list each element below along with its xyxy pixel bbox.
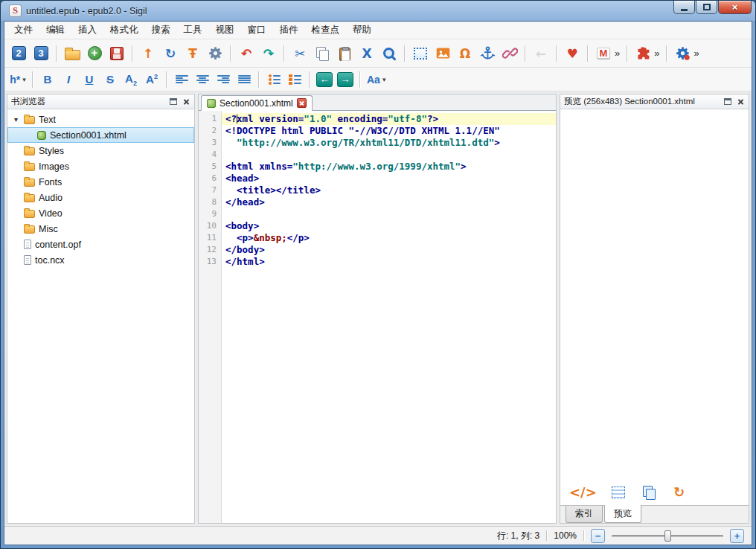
tree-item-Styles[interactable]: Styles	[7, 143, 194, 158]
undo-button[interactable]: ↶	[236, 43, 257, 64]
insert-anchor-button[interactable]	[477, 43, 498, 64]
new-file-button[interactable]: +	[84, 43, 105, 64]
expander-icon[interactable]: ▾	[12, 112, 20, 127]
menu-窗口[interactable]: 窗口	[241, 22, 273, 39]
change-case-button[interactable]: Aa▾	[365, 70, 387, 89]
align-justify-button[interactable]	[234, 70, 254, 89]
code-line[interactable]: 3 "http://www.w3.org/TR/xhtml11/DTD/xhtm…	[199, 137, 556, 149]
tree-item-Misc[interactable]: Misc	[7, 221, 194, 237]
overflow-chevron[interactable]: »	[693, 48, 699, 59]
heading-style-button[interactable]: h*▾	[8, 70, 28, 89]
tree-item-Fonts[interactable]: Fonts	[7, 174, 194, 190]
insert-file-button[interactable]: Ŧ	[182, 43, 203, 64]
code-line[interactable]: 7 <title></title>	[199, 184, 556, 196]
subscript-button[interactable]: A2	[121, 70, 141, 89]
paste-button[interactable]	[334, 43, 355, 64]
close-button[interactable]: ×	[718, 1, 752, 14]
menu-帮助[interactable]: 帮助	[346, 22, 378, 39]
redo-button[interactable]: ↷	[258, 43, 279, 64]
reload-view-button[interactable]: ↻	[160, 43, 181, 64]
code-view-button[interactable]: </>	[568, 482, 598, 503]
epub3-version-button[interactable]: 3	[31, 43, 51, 64]
italic-button[interactable]: I	[59, 70, 78, 89]
align-left-button[interactable]	[172, 70, 191, 89]
tree-item-Section0001.xhtml[interactable]: Section0001.xhtml	[7, 127, 194, 143]
menu-检查点[interactable]: 检查点	[305, 22, 347, 39]
code-editor[interactable]: 1<?xml version="1.0" encoding="utf-8"?>2…	[199, 111, 556, 523]
align-right-button[interactable]	[214, 70, 233, 89]
copy-button[interactable]	[312, 43, 333, 64]
code-line[interactable]: 9	[199, 208, 556, 220]
plugins-button[interactable]	[632, 43, 653, 64]
tree-item-Text[interactable]: ▾Text	[7, 112, 194, 127]
tree-item-Images[interactable]: Images	[7, 158, 194, 174]
tree-item-Audio[interactable]: Audio	[7, 190, 194, 205]
code-line[interactable]: 13</html>	[199, 256, 556, 268]
indent-button[interactable]: →	[336, 70, 355, 89]
insert-link-button[interactable]	[499, 43, 520, 64]
tree-item-Video[interactable]: Video	[7, 205, 194, 221]
close-tab-icon[interactable]	[297, 98, 307, 108]
save-file-button[interactable]	[106, 43, 127, 64]
menu-插件[interactable]: 插件	[273, 22, 305, 39]
code-line[interactable]: 2<!DOCTYPE html PUBLIC "-//W3C//DTD XHTM…	[199, 125, 556, 137]
numbered-list-button[interactable]	[285, 70, 304, 89]
mail-button[interactable]: M	[593, 43, 614, 64]
open-file-button[interactable]	[62, 43, 83, 64]
menu-搜索[interactable]: 搜索	[145, 22, 177, 39]
donate-heart-button[interactable]: ♥	[562, 43, 583, 64]
bullet-list-button[interactable]	[264, 70, 284, 89]
settings-button[interactable]	[205, 43, 225, 64]
overflow-chevron[interactable]: »	[615, 48, 620, 59]
menu-编辑[interactable]: 编辑	[39, 22, 71, 39]
preview-tab-索引[interactable]: 索引	[566, 506, 603, 523]
minimize-button[interactable]	[673, 1, 695, 14]
cut-button[interactable]: ✂	[289, 43, 310, 64]
float-panel-icon[interactable]	[170, 98, 177, 105]
maximize-button[interactable]	[696, 1, 717, 14]
align-center-button[interactable]	[193, 70, 212, 89]
bold-button[interactable]: B	[38, 70, 57, 89]
insert-image-button[interactable]	[432, 43, 453, 64]
insert-special-character-button[interactable]: Ω	[455, 43, 475, 64]
code-line[interactable]: 4	[199, 149, 556, 161]
epub2-version-button[interactable]: 2	[8, 43, 29, 64]
zoom-in-button[interactable]: +	[730, 529, 744, 543]
add-existing-files-button[interactable]: ↑	[138, 43, 158, 64]
menu-工具[interactable]: 工具	[177, 22, 209, 39]
manage-plugins-button[interactable]	[672, 43, 693, 64]
find-button[interactable]	[379, 43, 400, 64]
code-line[interactable]: 12</body>	[199, 244, 556, 256]
menu-格式化[interactable]: 格式化	[103, 22, 145, 39]
tree-item-toc.ncx[interactable]: toc.ncx	[7, 252, 194, 268]
split-view-button[interactable]	[410, 43, 431, 64]
code-line[interactable]: 11 <p>&nbsp;</p>	[199, 232, 556, 244]
outdent-button[interactable]: ←	[315, 70, 334, 89]
tab-section0001[interactable]: Section0001.xhtml	[201, 95, 313, 111]
tree-item-content.opf[interactable]: content.opf	[7, 237, 194, 252]
code-line[interactable]: 10<body>	[199, 220, 556, 232]
code-line[interactable]: 5<html xmlns="http://www.w3.org/1999/xht…	[199, 161, 556, 173]
superscript-button[interactable]: A2	[142, 70, 161, 89]
menu-视图[interactable]: 视图	[209, 22, 241, 39]
zoom-slider[interactable]	[612, 529, 723, 542]
menu-文件[interactable]: 文件	[7, 22, 39, 39]
zoom-out-button[interactable]: −	[591, 529, 605, 543]
delete-button[interactable]: X	[356, 43, 377, 64]
zoom-slider-handle[interactable]	[664, 530, 671, 542]
close-panel-icon[interactable]	[182, 97, 190, 106]
index-list-button[interactable]	[608, 482, 629, 503]
copy-html-button[interactable]	[638, 482, 659, 503]
title-bar[interactable]: S untitled.epub - epub2.0 - Sigil ×	[4, 1, 752, 21]
overflow-chevron[interactable]: »	[654, 48, 659, 59]
float-panel-icon[interactable]	[724, 98, 731, 105]
refresh-preview-button[interactable]: ↻	[669, 482, 690, 503]
strikethrough-button[interactable]: S	[100, 70, 120, 89]
code-line[interactable]: 1<?xml version="1.0" encoding="utf-8"?>	[199, 113, 556, 125]
underline-button[interactable]: U	[80, 70, 99, 89]
code-line[interactable]: 6<head>	[199, 173, 556, 184]
close-panel-icon[interactable]	[737, 97, 745, 106]
preview-tab-预览[interactable]: 预览	[604, 505, 641, 523]
menu-插入[interactable]: 插入	[71, 22, 103, 39]
code-line[interactable]: 8</head>	[199, 196, 556, 208]
